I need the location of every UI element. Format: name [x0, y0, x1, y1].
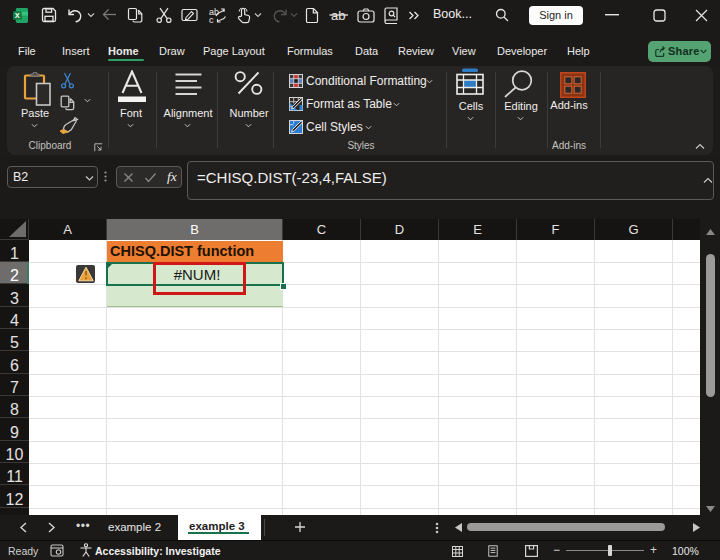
svg-text:X: X	[15, 11, 20, 20]
svg-text:c: c	[209, 15, 214, 24]
